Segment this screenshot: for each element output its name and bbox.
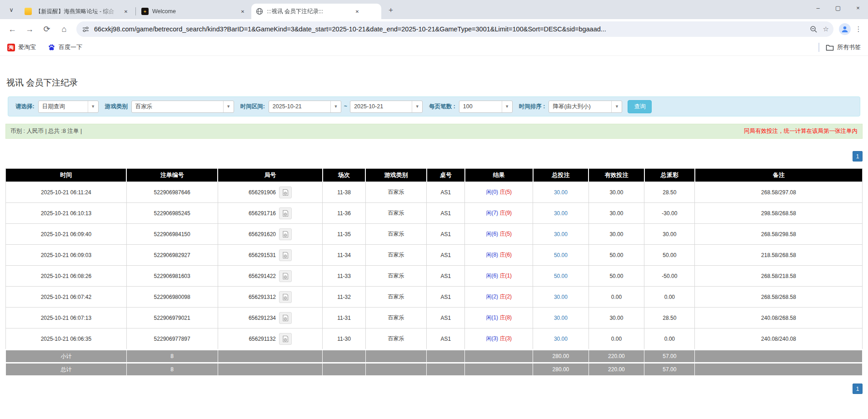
cell-time: 2025-10-21 06:07:42 (6, 287, 127, 308)
result-player: 闲(6) (486, 273, 498, 279)
filter-panel: 请选择: 日期查询 ▼ 游戏类别 百家乐 ▼ 时间区间: 2025-10-21 … (8, 96, 860, 116)
cell-bet-id: 522906977897 (126, 328, 218, 350)
address-bar[interactable]: 66cxkj98.com/game/betrecord_search/kind3… (76, 21, 833, 37)
bookmark-star-icon[interactable]: ☆ (823, 25, 829, 33)
total-row-cell-0: 总计 (6, 363, 127, 376)
total-bet-link[interactable]: 50.00 (554, 252, 568, 258)
sort-label: 时间排序 : (519, 103, 545, 111)
result-player: 闲(7) (486, 210, 498, 216)
bookmark-baidu[interactable]: 百度一下 (48, 43, 82, 51)
back-button[interactable]: ← (5, 22, 20, 36)
tab-search-button[interactable]: ∨ (5, 3, 18, 16)
zoom-out-icon[interactable] (810, 25, 818, 33)
date-start-input[interactable]: 2025-10-21 ▼ (269, 101, 341, 113)
page-1-button[interactable]: 1 (853, 151, 863, 162)
total-bet-link[interactable]: 30.00 (554, 315, 568, 321)
close-icon[interactable]: ✕ (354, 8, 361, 15)
cell-valid-bet: 50.00 (589, 245, 644, 266)
per-page-label: 每页笔数 : (429, 103, 455, 111)
tab-title: Welcome (152, 8, 236, 15)
profile-avatar[interactable] (839, 23, 851, 35)
reload-button[interactable]: ⟳ (40, 22, 54, 36)
result-banker: 庄(1) (499, 273, 512, 279)
close-icon[interactable]: ✕ (122, 8, 130, 15)
cell-payout: 28.50 (644, 308, 695, 328)
video-replay-icon[interactable] (279, 228, 292, 240)
close-icon[interactable]: ✕ (239, 8, 246, 15)
forward-button[interactable]: → (22, 22, 37, 36)
search-button[interactable]: 查询 (628, 100, 652, 113)
cell-time: 2025-10-21 06:07:13 (6, 308, 127, 328)
per-page-select[interactable]: 100 ▼ (459, 101, 513, 113)
query-type-select[interactable]: 日期查询 ▼ (38, 101, 99, 113)
cell-game-type: 百家乐 (365, 203, 427, 224)
all-bookmarks-button[interactable]: 所有书签 (826, 43, 861, 51)
video-replay-icon[interactable] (279, 207, 292, 219)
video-replay-icon[interactable] (279, 270, 292, 282)
page-1-button[interactable]: 1 (853, 384, 863, 394)
cell-table-no: AS1 (427, 182, 465, 203)
result-player: 闲(6) (486, 231, 498, 237)
page-title: 视讯 会员下注纪录 (6, 77, 863, 89)
chevron-down-icon: ∨ (9, 6, 14, 13)
cell-game-type: 百家乐 (365, 308, 427, 328)
game-type-select[interactable]: 百家乐 ▼ (131, 101, 234, 113)
total-bet-link[interactable]: 50.00 (554, 273, 568, 279)
select-label: 请选择: (15, 103, 35, 111)
cell-bet-id: 522906980098 (126, 287, 218, 308)
cell-bet-id: 522906984150 (126, 224, 218, 245)
currency-summary: 币别 : 人民币 | 总共 :8 注单 | (10, 127, 82, 135)
cell-round-id: 656291312 (218, 287, 323, 308)
total-bet-link[interactable]: 30.00 (554, 231, 568, 237)
total-bet-link[interactable]: 30.00 (554, 336, 568, 342)
cell-game-type: 百家乐 (365, 224, 427, 245)
video-replay-icon[interactable] (279, 249, 292, 261)
chevron-down-icon: ▼ (88, 101, 98, 112)
browser-window: ∨ 【新提醒】海燕策略论坛 - 综合 ✕ ✦ Welcome ✕ :::视讯 会… (0, 0, 868, 419)
cell-note: 268.58/268.58 (695, 287, 863, 308)
cell-session: 11-32 (323, 287, 365, 308)
round-number: 656291906 (249, 189, 276, 196)
result-banker: 庄(8) (499, 314, 512, 321)
close-window-button[interactable]: × (848, 0, 868, 15)
column-header: 局号 (218, 169, 323, 182)
column-header: 游戏类别 (365, 169, 427, 182)
minimize-button[interactable]: – (808, 0, 828, 15)
cell-result: 闲(8) 庄(6) (465, 245, 533, 266)
cell-time: 2025-10-21 06:11:24 (6, 182, 127, 203)
tab-welcome[interactable]: ✦ Welcome ✕ (137, 4, 251, 19)
subtotal-row-cell-4 (365, 350, 427, 363)
forward-icon: → (25, 25, 34, 34)
total-bet-link[interactable]: 30.00 (554, 294, 568, 300)
table-row: 2025-10-21 06:07:13522906979021656291234… (6, 308, 863, 328)
bookmark-taobao[interactable]: 淘 爱淘宝 (7, 43, 36, 51)
url-text[interactable]: 66cxkj98.com/game/betrecord_search/kind3… (94, 25, 804, 33)
tab-forum[interactable]: 【新提醒】海燕策略论坛 - 综合 ✕ (20, 4, 135, 19)
total-bet-link[interactable]: 30.00 (554, 189, 568, 196)
tab-bet-record[interactable]: :::视讯 会员下注纪录::: ✕ (251, 4, 381, 19)
date-end-input[interactable]: 2025-10-21 ▼ (350, 101, 423, 113)
cell-time: 2025-10-21 06:08:26 (6, 266, 127, 287)
cell-game-type: 百家乐 (365, 182, 427, 203)
bookmarks-bar: 淘 爱淘宝 百度一下 所有书签 (0, 39, 868, 56)
column-header: 场次 (323, 169, 365, 182)
video-replay-icon[interactable] (279, 312, 292, 324)
maximize-button[interactable]: ▢ (828, 0, 848, 15)
cell-result: 闲(0) 庄(5) (465, 182, 533, 203)
cell-note: 268.58/218.58 (695, 266, 863, 287)
home-button[interactable]: ⌂ (57, 22, 71, 36)
browser-menu-button[interactable]: ⋮ (853, 23, 864, 35)
total-bet-link[interactable]: 30.00 (554, 210, 568, 217)
site-info-icon[interactable] (82, 25, 90, 33)
chevron-down-icon: ▼ (223, 101, 234, 112)
cell-total-bet: 30.00 (533, 328, 589, 350)
cell-note: 240.08/268.58 (695, 308, 863, 328)
pagination-top: 1 (5, 151, 863, 162)
video-replay-icon[interactable] (279, 187, 292, 198)
game-type-label: 游戏类别 (105, 103, 128, 111)
new-tab-button[interactable]: ＋ (385, 4, 397, 16)
subtotal-row-cell-0: 小计 (6, 350, 127, 363)
sort-select[interactable]: 降幂(由大到小) ▼ (549, 101, 622, 113)
video-replay-icon[interactable] (279, 333, 292, 345)
video-replay-icon[interactable] (279, 291, 292, 303)
